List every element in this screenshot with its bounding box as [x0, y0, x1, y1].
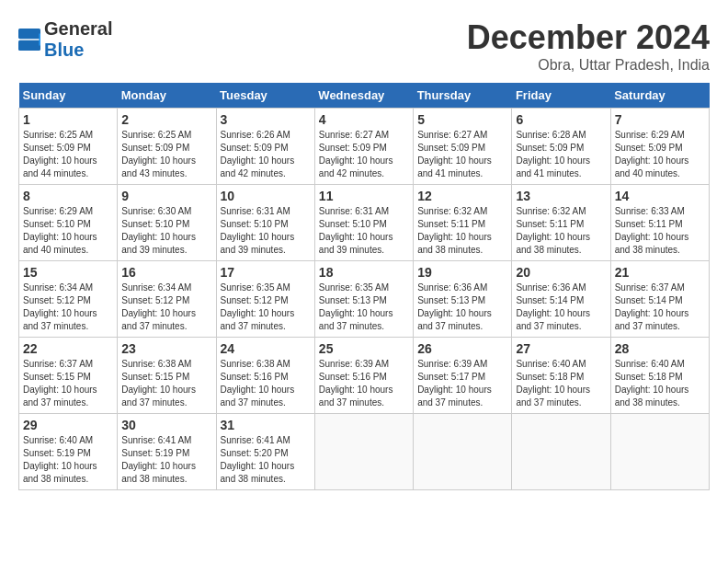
day-info: Sunrise: 6:25 AMSunset: 5:09 PMDaylight:…	[121, 129, 211, 180]
day-info: Sunrise: 6:37 AMSunset: 5:15 PMDaylight:…	[23, 358, 113, 409]
day-number: 12	[417, 189, 507, 203]
calendar-cell: 26Sunrise: 6:39 AMSunset: 5:17 PMDayligh…	[414, 338, 512, 414]
calendar-cell: 8Sunrise: 6:29 AMSunset: 5:10 PMDaylight…	[19, 185, 118, 261]
calendar-cell: 11Sunrise: 6:31 AMSunset: 5:10 PMDayligh…	[314, 185, 413, 261]
day-info: Sunrise: 6:35 AMSunset: 5:13 PMDaylight:…	[319, 282, 409, 333]
calendar-table: Sunday Monday Tuesday Wednesday Thursday…	[18, 83, 710, 490]
day-info: Sunrise: 6:35 AMSunset: 5:12 PMDaylight:…	[221, 282, 311, 333]
svg-rect-1	[18, 40, 40, 51]
day-info: Sunrise: 6:25 AMSunset: 5:09 PMDaylight:…	[23, 129, 113, 180]
day-info: Sunrise: 6:28 AMSunset: 5:09 PMDaylight:…	[516, 129, 606, 180]
title-section: December 2024 Obra, Uttar Pradesh, India	[467, 18, 710, 74]
day-number: 18	[319, 265, 409, 280]
day-number: 14	[615, 189, 705, 203]
calendar-cell: 10Sunrise: 6:31 AMSunset: 5:10 PMDayligh…	[216, 185, 314, 261]
day-info: Sunrise: 6:40 AMSunset: 5:18 PMDaylight:…	[516, 358, 606, 409]
calendar-cell: 9Sunrise: 6:30 AMSunset: 5:10 PMDaylight…	[118, 185, 216, 261]
logo-text: General Blue	[44, 18, 112, 61]
day-number: 25	[319, 341, 409, 356]
day-info: Sunrise: 6:31 AMSunset: 5:10 PMDaylight:…	[319, 205, 409, 257]
day-info: Sunrise: 6:33 AMSunset: 5:11 PMDaylight:…	[615, 205, 705, 257]
day-number: 10	[221, 189, 311, 203]
day-number: 19	[417, 265, 507, 280]
svg-marker-2	[39, 34, 40, 46]
day-info: Sunrise: 6:31 AMSunset: 5:10 PMDaylight:…	[221, 205, 311, 257]
calendar-cell: 12Sunrise: 6:32 AMSunset: 5:11 PMDayligh…	[414, 185, 512, 261]
calendar-cell: 6Sunrise: 6:28 AMSunset: 5:09 PMDaylight…	[512, 109, 610, 185]
header-friday: Friday	[512, 83, 610, 109]
day-info: Sunrise: 6:32 AMSunset: 5:11 PMDaylight:…	[516, 205, 606, 257]
day-number: 11	[319, 189, 409, 203]
day-info: Sunrise: 6:26 AMSunset: 5:09 PMDaylight:…	[221, 129, 311, 180]
calendar-cell: 31Sunrise: 6:41 AMSunset: 5:20 PMDayligh…	[216, 414, 314, 490]
day-number: 20	[516, 265, 606, 280]
header-saturday: Saturday	[610, 83, 709, 109]
day-info: Sunrise: 6:27 AMSunset: 5:09 PMDaylight:…	[319, 129, 409, 180]
week-row: 1Sunrise: 6:25 AMSunset: 5:09 PMDaylight…	[19, 109, 710, 185]
day-info: Sunrise: 6:39 AMSunset: 5:16 PMDaylight:…	[319, 358, 409, 409]
header-tuesday: Tuesday	[216, 83, 314, 109]
day-number: 15	[23, 265, 113, 280]
day-number: 30	[121, 418, 211, 432]
week-row: 15Sunrise: 6:34 AMSunset: 5:12 PMDayligh…	[19, 261, 710, 338]
day-info: Sunrise: 6:34 AMSunset: 5:12 PMDaylight:…	[121, 282, 211, 333]
day-info: Sunrise: 6:40 AMSunset: 5:18 PMDaylight:…	[615, 358, 705, 409]
calendar-cell: 13Sunrise: 6:32 AMSunset: 5:11 PMDayligh…	[512, 185, 610, 261]
calendar-title: December 2024	[467, 18, 710, 57]
calendar-cell: 25Sunrise: 6:39 AMSunset: 5:16 PMDayligh…	[314, 338, 413, 414]
calendar-cell: 3Sunrise: 6:26 AMSunset: 5:09 PMDaylight…	[216, 109, 314, 185]
calendar-body: 1Sunrise: 6:25 AMSunset: 5:09 PMDaylight…	[19, 109, 710, 490]
logo: General Blue	[18, 18, 112, 61]
calendar-cell	[414, 414, 512, 490]
day-info: Sunrise: 6:38 AMSunset: 5:15 PMDaylight:…	[121, 358, 211, 409]
day-info: Sunrise: 6:29 AMSunset: 5:10 PMDaylight:…	[23, 205, 113, 257]
day-number: 22	[23, 341, 113, 356]
day-info: Sunrise: 6:32 AMSunset: 5:11 PMDaylight:…	[417, 205, 507, 257]
calendar-cell	[314, 414, 413, 490]
calendar-cell: 15Sunrise: 6:34 AMSunset: 5:12 PMDayligh…	[19, 261, 118, 338]
week-row: 22Sunrise: 6:37 AMSunset: 5:15 PMDayligh…	[19, 338, 710, 414]
header-thursday: Thursday	[414, 83, 512, 109]
day-number: 17	[221, 265, 311, 280]
calendar-cell: 2Sunrise: 6:25 AMSunset: 5:09 PMDaylight…	[118, 109, 216, 185]
calendar-cell	[512, 414, 610, 490]
calendar-cell: 20Sunrise: 6:36 AMSunset: 5:14 PMDayligh…	[512, 261, 610, 338]
day-number: 2	[121, 112, 211, 127]
day-number: 26	[417, 341, 507, 356]
day-info: Sunrise: 6:38 AMSunset: 5:16 PMDaylight:…	[221, 358, 311, 409]
day-info: Sunrise: 6:39 AMSunset: 5:17 PMDaylight:…	[417, 358, 507, 409]
calendar-cell: 14Sunrise: 6:33 AMSunset: 5:11 PMDayligh…	[610, 185, 709, 261]
day-number: 9	[121, 189, 211, 203]
calendar-cell: 17Sunrise: 6:35 AMSunset: 5:12 PMDayligh…	[216, 261, 314, 338]
day-info: Sunrise: 6:36 AMSunset: 5:13 PMDaylight:…	[417, 282, 507, 333]
header-sunday: Sunday	[19, 83, 118, 109]
calendar-cell: 22Sunrise: 6:37 AMSunset: 5:15 PMDayligh…	[19, 338, 118, 414]
calendar-cell: 24Sunrise: 6:38 AMSunset: 5:16 PMDayligh…	[216, 338, 314, 414]
calendar-cell: 23Sunrise: 6:38 AMSunset: 5:15 PMDayligh…	[118, 338, 216, 414]
calendar-subtitle: Obra, Uttar Pradesh, India	[467, 57, 710, 74]
day-info: Sunrise: 6:41 AMSunset: 5:20 PMDaylight:…	[221, 434, 311, 486]
calendar-cell: 5Sunrise: 6:27 AMSunset: 5:09 PMDaylight…	[414, 109, 512, 185]
day-info: Sunrise: 6:37 AMSunset: 5:14 PMDaylight:…	[615, 282, 705, 333]
day-number: 24	[221, 341, 311, 356]
header-wednesday: Wednesday	[314, 83, 413, 109]
week-row: 29Sunrise: 6:40 AMSunset: 5:19 PMDayligh…	[19, 414, 710, 490]
calendar-cell: 16Sunrise: 6:34 AMSunset: 5:12 PMDayligh…	[118, 261, 216, 338]
logo-general: General	[44, 18, 112, 39]
calendar-cell: 30Sunrise: 6:41 AMSunset: 5:19 PMDayligh…	[118, 414, 216, 490]
day-number: 21	[615, 265, 705, 280]
calendar-cell: 27Sunrise: 6:40 AMSunset: 5:18 PMDayligh…	[512, 338, 610, 414]
calendar-cell: 29Sunrise: 6:40 AMSunset: 5:19 PMDayligh…	[19, 414, 118, 490]
day-number: 28	[615, 341, 705, 356]
day-number: 16	[121, 265, 211, 280]
day-number: 13	[516, 189, 606, 203]
page-header: General Blue December 2024 Obra, Uttar P…	[18, 18, 710, 74]
calendar-cell: 7Sunrise: 6:29 AMSunset: 5:09 PMDaylight…	[610, 109, 709, 185]
weekday-header-row: Sunday Monday Tuesday Wednesday Thursday…	[19, 83, 710, 109]
day-info: Sunrise: 6:29 AMSunset: 5:09 PMDaylight:…	[615, 129, 705, 180]
day-number: 29	[23, 418, 113, 432]
calendar-cell	[610, 414, 709, 490]
day-number: 27	[516, 341, 606, 356]
svg-rect-0	[18, 29, 40, 39]
day-number: 4	[319, 112, 409, 127]
